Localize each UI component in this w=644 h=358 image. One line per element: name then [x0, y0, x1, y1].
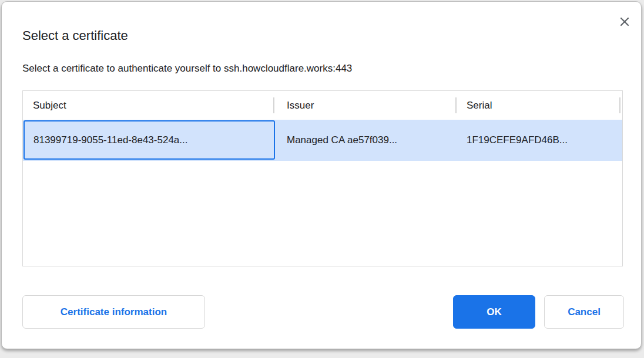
- column-header-subject: Subject: [33, 91, 66, 120]
- serial-value: 1F19CEFE9AFD46B...: [467, 120, 568, 161]
- column-divider: [619, 97, 620, 113]
- dialog-title: Select a certificate: [22, 28, 128, 44]
- column-divider: [455, 97, 457, 113]
- issuer-value: Managed CA ae57f039...: [287, 120, 397, 161]
- dialog-subtitle: Select a certificate to authenticate you…: [22, 62, 352, 75]
- ok-button[interactable]: OK: [453, 295, 535, 329]
- certificate-row[interactable]: 81399719-9055-11ed-8e43-524a... Managed …: [23, 120, 622, 161]
- close-button[interactable]: [615, 12, 634, 31]
- table-header: Subject Issuer Serial: [23, 91, 622, 120]
- certificate-table: Subject Issuer Serial 81399719-9055-11ed…: [22, 90, 623, 266]
- column-header-serial: Serial: [467, 91, 492, 120]
- certificate-information-button[interactable]: Certificate information: [22, 295, 205, 329]
- subject-cell[interactable]: 81399719-9055-11ed-8e43-524a...: [24, 120, 275, 160]
- close-icon: [619, 16, 630, 28]
- certificate-select-dialog: Select a certificate Select a certificat…: [1, 1, 642, 349]
- column-header-issuer: Issuer: [287, 91, 314, 120]
- column-divider: [273, 97, 274, 113]
- cancel-button[interactable]: Cancel: [544, 295, 624, 329]
- subject-value: 81399719-9055-11ed-8e43-524a...: [33, 121, 187, 158]
